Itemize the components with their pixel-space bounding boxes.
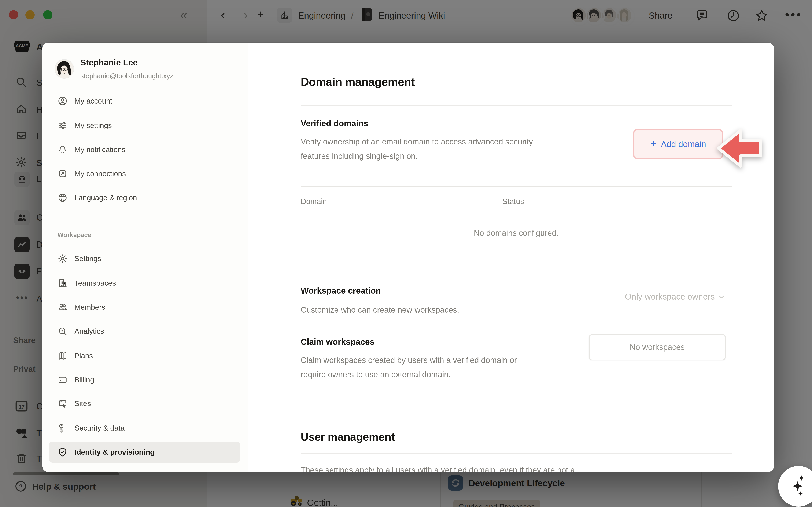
page-title: Domain management [301, 76, 415, 89]
verified-domains-description: Verify ownership of an email domain to a… [301, 135, 561, 164]
settings-nav-plans[interactable]: Plans [49, 345, 240, 366]
globe-icon [57, 193, 68, 203]
map-icon [57, 351, 68, 361]
dropdown-value: Only workspace owners [625, 292, 715, 302]
nav-label: Security & data [74, 424, 124, 433]
nav-label: My account [74, 97, 112, 105]
workspace-creation-title: Workspace creation [301, 286, 381, 296]
claim-workspaces-title: Claim workspaces [301, 337, 374, 347]
settings-sidebar: Stephanie Lee stephanie@toolsforthought.… [42, 43, 248, 472]
verified-domains-title: Verified domains [301, 119, 368, 128]
settings-nav-sites[interactable]: Sites [49, 393, 240, 414]
key-icon [57, 423, 68, 433]
table-header-domain: Domain [301, 197, 327, 206]
no-workspaces-label: No workspaces [630, 343, 685, 352]
add-domain-button[interactable]: + Add domain [633, 129, 723, 159]
settings-modal: Stephanie Lee stephanie@toolsforthought.… [42, 43, 774, 472]
workspace-creation-description: Customize who can create new workspaces. [301, 303, 459, 317]
nav-label: Billing [74, 376, 94, 384]
settings-nav-security-data[interactable]: Security & data [49, 417, 240, 439]
settings-nav-my-account[interactable]: My account [49, 91, 240, 112]
settings-nav-my-connections[interactable]: My connections [49, 163, 240, 184]
settings-nav-content-search[interactable]: Content search [49, 465, 240, 472]
credit-card-icon [57, 375, 68, 385]
nav-label: My notifications [74, 145, 125, 154]
nav-label: Identity & provisioning [74, 448, 155, 456]
analytics-icon [57, 326, 68, 336]
settings-nav-teamspaces[interactable]: Teamspaces [49, 273, 240, 294]
annotation-arrow-icon [716, 128, 763, 168]
bell-icon [57, 145, 68, 155]
no-workspaces-button[interactable]: No workspaces [589, 334, 726, 360]
settings-nav-settings[interactable]: Settings [49, 248, 240, 269]
settings-nav-analytics[interactable]: Analytics [49, 321, 240, 342]
user-avatar [55, 60, 73, 78]
empty-table-message: No domains configured. [301, 229, 732, 238]
chevron-down-icon [718, 293, 725, 300]
user-name: Stephanie Lee [80, 58, 138, 68]
arrow-out-box-icon [57, 169, 68, 179]
nav-label: My settings [74, 121, 112, 130]
nav-label: Analytics [74, 327, 104, 336]
user-email: stephanie@toolsforthought.xyz [80, 72, 173, 80]
nav-label: My connections [74, 169, 126, 178]
sliders-icon [57, 120, 68, 130]
members-icon [57, 302, 68, 312]
screen: « ‹ › + Engineering / Engineering Wiki S… [0, 0, 812, 507]
table-header-status: Status [502, 197, 524, 206]
person-circle-icon [57, 96, 68, 106]
building-icon [57, 278, 68, 288]
nav-label: Settings [74, 254, 101, 263]
domain-management-panel: Domain management Verified domains Verif… [248, 43, 774, 472]
nav-label: Members [74, 303, 105, 312]
nav-label: Plans [74, 351, 93, 360]
nav-label: Content search [74, 471, 124, 472]
user-management-title: User management [301, 431, 395, 444]
shield-check-icon [57, 447, 68, 457]
browser-cursor-icon [57, 398, 68, 408]
gear-icon [57, 253, 68, 264]
plus-icon: + [650, 137, 657, 150]
claim-workspaces-description: Claim workspaces created by users with a… [301, 353, 540, 382]
settings-nav-members[interactable]: Members [49, 297, 240, 318]
nav-label: Sites [74, 399, 91, 408]
circle-icon [57, 471, 68, 472]
nav-label: Language & region [74, 193, 137, 202]
settings-nav-my-notifications[interactable]: My notifications [49, 139, 240, 160]
settings-nav-identity-provisioning[interactable]: Identity & provisioning [49, 442, 240, 463]
sparkle-icon [788, 474, 809, 498]
settings-nav-billing[interactable]: Billing [49, 369, 240, 390]
sidebar-section-workspace: Workspace [57, 231, 91, 238]
settings-nav-language-region[interactable]: Language & region [49, 187, 240, 208]
add-domain-label: Add domain [661, 139, 706, 149]
workspace-creation-dropdown[interactable]: Only workspace owners [625, 292, 725, 302]
settings-nav-my-settings[interactable]: My settings [49, 115, 240, 136]
nav-label: Teamspaces [74, 279, 116, 287]
user-management-partial-text: These settings apply to all users with a… [301, 464, 732, 472]
